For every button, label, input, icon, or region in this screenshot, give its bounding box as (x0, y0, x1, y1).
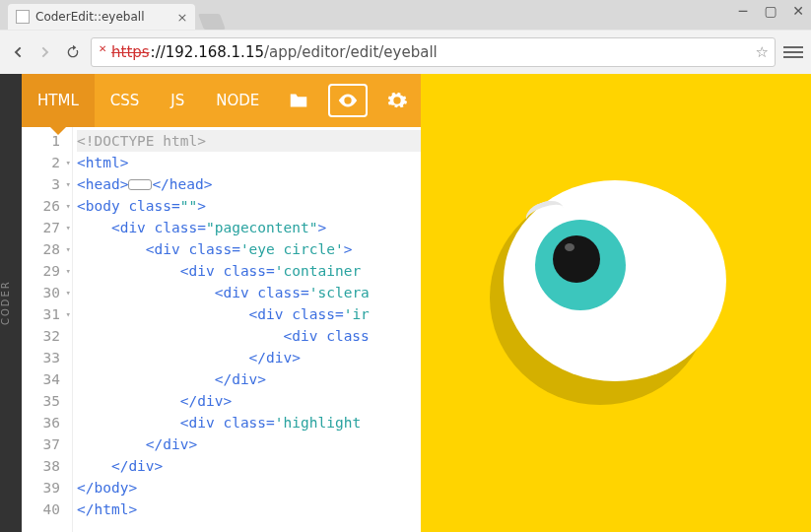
address-bar[interactable]: https ://192.168.1.15 /app/editor/edit/e… (91, 37, 776, 67)
new-tab-button[interactable] (198, 14, 226, 30)
code-line[interactable]: </div> (77, 347, 421, 368)
line-number: 26 (22, 195, 60, 217)
line-number: 32 (22, 325, 60, 347)
code-line[interactable]: <div class="pagecontent"> (77, 217, 421, 238)
code-line[interactable]: <!DOCTYPE html> (77, 130, 421, 152)
tab-close-icon[interactable]: × (177, 12, 187, 22)
code-line[interactable]: </div> (77, 368, 421, 390)
url-path: /app/editor/edit/eyeball (264, 43, 438, 61)
tab-css[interactable]: CSS (95, 74, 156, 127)
code-line[interactable]: </div> (77, 390, 421, 412)
code-body[interactable]: <!DOCTYPE html><html><head></head><body … (73, 127, 421, 532)
code-line[interactable]: </div> (77, 433, 421, 455)
window-maximize-button[interactable]: ▢ (764, 4, 777, 18)
code-line[interactable]: <div class='highlight (77, 412, 421, 433)
window-minimize-button[interactable]: ─ (736, 4, 750, 18)
line-number: 27 (22, 217, 60, 238)
code-line[interactable]: <div class='container (77, 260, 421, 282)
url-host: ://192.168.1.15 (151, 43, 264, 61)
browser-menu-button[interactable] (783, 42, 803, 62)
code-line[interactable]: <html> (77, 152, 421, 173)
folder-icon (288, 90, 309, 111)
tab-node[interactable]: NODE (200, 74, 275, 127)
insecure-https-icon: https (111, 43, 150, 61)
line-number: 29 (22, 260, 60, 282)
preview-pane (421, 74, 811, 532)
code-line[interactable]: <body class=""> (77, 195, 421, 217)
line-number: 33 (22, 347, 60, 368)
tab-title: CoderEdit::eyeball (35, 10, 144, 24)
line-number: 28 (22, 238, 60, 260)
window-close-button[interactable]: ✕ (791, 4, 805, 18)
code-line[interactable]: <head></head> (77, 173, 421, 195)
code-line[interactable]: </div> (77, 455, 421, 477)
line-number: 40 (22, 499, 60, 520)
reload-button[interactable] (63, 42, 83, 62)
browser-tab[interactable]: CoderEdit::eyeball × (8, 4, 195, 30)
browser-chrome: ─ ▢ ✕ CoderEdit::eyeball × https ://192.… (0, 0, 811, 74)
settings-button[interactable] (373, 74, 421, 127)
line-number: 39 (22, 477, 60, 499)
line-number: 36 (22, 412, 60, 433)
tab-html[interactable]: HTML (22, 74, 95, 127)
line-number: 31 (22, 303, 60, 325)
gear-icon (386, 90, 408, 111)
bookmark-star-icon[interactable]: ☆ (756, 43, 769, 61)
eye-icon (337, 90, 359, 111)
coder-rail[interactable]: CODER (0, 74, 22, 532)
line-gutter: 123262728293031323334353637383940 (22, 127, 73, 532)
eye-pupil (553, 235, 600, 283)
line-number: 1 (22, 130, 60, 152)
preview-button[interactable] (328, 84, 368, 117)
forward-button (35, 42, 55, 62)
code-line[interactable]: </html> (77, 499, 421, 520)
line-number: 34 (22, 368, 60, 390)
line-number: 37 (22, 433, 60, 455)
back-button[interactable] (8, 42, 28, 62)
nav-toolbar: https ://192.168.1.15 /app/editor/edit/e… (0, 30, 811, 74)
code-line[interactable]: <div class (77, 325, 421, 347)
line-number: 2 (22, 152, 60, 173)
page-icon (16, 10, 30, 24)
files-button[interactable] (275, 74, 322, 127)
code-line[interactable]: <div class='sclera (77, 282, 421, 303)
code-line[interactable]: <div class='eye circle'> (77, 238, 421, 260)
line-number: 3 (22, 173, 60, 195)
editor-toolbar: HTML CSS JS NODE (22, 74, 421, 127)
tab-js[interactable]: JS (155, 74, 200, 127)
code-line[interactable]: </body> (77, 477, 421, 499)
line-number: 35 (22, 390, 60, 412)
code-line[interactable]: <div class='ir (77, 303, 421, 325)
code-editor[interactable]: 123262728293031323334353637383940 <!DOCT… (22, 127, 421, 532)
line-number: 30 (22, 282, 60, 303)
line-number: 38 (22, 455, 60, 477)
